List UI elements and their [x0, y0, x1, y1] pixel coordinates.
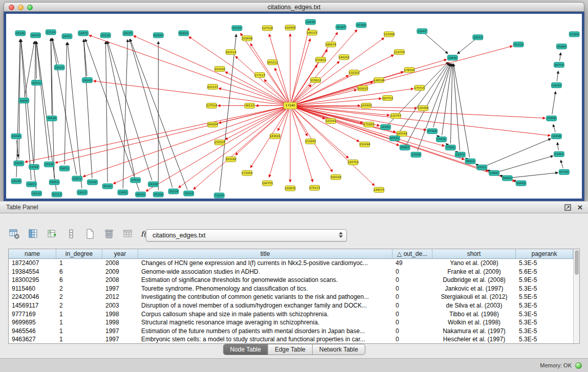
- citation-edge-red[interactable]: [146, 108, 287, 191]
- citation-edge-black[interactable]: [437, 135, 438, 137]
- column-header-out_degree[interactable]: △ out_de...: [393, 249, 432, 258]
- network-node[interactable]: 183022: [270, 134, 280, 139]
- network-node[interactable]: 155812: [310, 78, 320, 83]
- citation-edge-black[interactable]: [453, 64, 460, 151]
- network-node[interactable]: 165212: [267, 60, 277, 65]
- citation-edge-red[interactable]: [89, 35, 287, 104]
- network-node[interactable]: 146162: [339, 55, 349, 60]
- network-node[interactable]: 90965: [400, 145, 410, 150]
- citation-edge-red[interactable]: [93, 81, 286, 105]
- network-node[interactable]: 81810: [179, 31, 189, 36]
- network-node[interactable]: 115469: [418, 106, 429, 111]
- citation-edge-black[interactable]: [21, 39, 31, 180]
- column-header-title[interactable]: title: [138, 249, 393, 258]
- citation-edge-black[interactable]: [123, 39, 127, 188]
- network-node[interactable]: 20581: [14, 161, 24, 166]
- citation-edge-red[interactable]: [294, 75, 349, 104]
- citation-edge-red[interactable]: [278, 110, 289, 131]
- network-node[interactable]: 55723: [232, 26, 242, 31]
- network-node[interactable]: 20511: [32, 80, 42, 85]
- citation-edge-black[interactable]: [52, 38, 58, 63]
- table-select-dropdown[interactable]: citations_edges.txt: [146, 229, 347, 242]
- network-node[interactable]: 20096: [11, 134, 21, 139]
- network-node[interactable]: 187751: [382, 96, 393, 101]
- close-window-icon[interactable]: [9, 5, 14, 10]
- network-node[interactable]: 153821: [315, 57, 325, 62]
- network-node[interactable]: 195872: [285, 186, 295, 191]
- network-node[interactable]: 77891: [445, 145, 455, 150]
- network-node[interactable]: 10918: [552, 134, 562, 139]
- citation-edge-black[interactable]: [107, 41, 152, 180]
- network-node[interactable]: 30528: [47, 116, 57, 121]
- zoom-window-icon[interactable]: [27, 5, 33, 10]
- network-node[interactable]: 20116: [100, 33, 111, 38]
- column-visibility-button[interactable]: [26, 227, 40, 241]
- network-node[interactable]: 18110: [32, 191, 42, 196]
- citation-edge-black[interactable]: [498, 156, 553, 172]
- citation-edge-black[interactable]: [36, 41, 49, 160]
- citation-edge-black[interactable]: [446, 143, 447, 145]
- citation-edge-red[interactable]: [134, 36, 287, 104]
- network-node[interactable]: 184204: [207, 122, 218, 127]
- network-node[interactable]: 225137: [207, 84, 217, 90]
- citation-edge-black[interactable]: [425, 34, 448, 54]
- network-node[interactable]: 183750: [348, 160, 359, 165]
- citation-edge-black[interactable]: [51, 38, 54, 178]
- network-node[interactable]: 92774: [554, 62, 564, 68]
- network-node[interactable]: 87918: [427, 128, 438, 134]
- citation-edge-red[interactable]: [291, 110, 313, 182]
- network-node[interactable]: 98101: [136, 192, 146, 197]
- network-node[interactable]: 81830: [153, 33, 163, 38]
- network-node[interactable]: 20433: [31, 33, 41, 38]
- citation-edge-red[interactable]: [269, 110, 289, 177]
- citation-edge-red[interactable]: [291, 38, 310, 102]
- network-node[interactable]: 23108: [44, 162, 54, 167]
- network-node[interactable]: 85531: [389, 136, 400, 141]
- network-node[interactable]: 71034: [214, 193, 224, 198]
- network-node[interactable]: 163102: [214, 67, 225, 72]
- network-node[interactable]: 21847: [417, 29, 427, 34]
- network-node[interactable]: 98014: [465, 159, 475, 164]
- network-node[interactable]: 181510: [226, 50, 236, 55]
- network-node[interactable]: 12161: [380, 124, 390, 129]
- citation-edge-red[interactable]: [189, 37, 287, 103]
- network-node[interactable]: 162615: [358, 86, 368, 91]
- network-node[interactable]: 10945: [489, 170, 499, 176]
- scrollbar-thumb[interactable]: [575, 250, 579, 275]
- table-row[interactable]: 946554611997Estimation of the future num…: [9, 327, 573, 336]
- network-node[interactable]: 15549: [411, 152, 421, 157]
- network-node[interactable]: 175715: [415, 85, 425, 91]
- citation-edge-black[interactable]: [458, 40, 475, 54]
- network-node[interactable]: 96112: [245, 103, 255, 108]
- network-node[interactable]: 26108: [153, 192, 163, 197]
- citation-edge-black[interactable]: [559, 53, 560, 61]
- network-node[interactable]: 18095: [19, 98, 29, 103]
- network-node[interactable]: 91119: [513, 42, 524, 47]
- table-row[interactable]: 1938455462009Genome-wide association stu…: [9, 268, 573, 276]
- table-scrollbar[interactable]: [573, 249, 579, 343]
- table-row[interactable]: 1456911722003Disruption of a novel membe…: [9, 301, 573, 310]
- network-node[interactable]: 163403: [361, 103, 372, 108]
- tab-node-table[interactable]: Node Table: [223, 344, 268, 355]
- citation-edge-red[interactable]: [293, 30, 357, 103]
- network-node[interactable]: 220658: [242, 36, 253, 41]
- column-header-short[interactable]: short: [432, 249, 516, 258]
- network-hub-node[interactable]: 17240: [284, 102, 297, 109]
- network-node[interactable]: 59051: [59, 166, 70, 171]
- network-node[interactable]: 25160: [15, 31, 26, 36]
- citation-edge-black[interactable]: [68, 42, 82, 188]
- network-node[interactable]: 122161: [325, 118, 336, 123]
- column-header-name[interactable]: name: [9, 249, 56, 258]
- network-node[interactable]: 115498: [384, 32, 395, 37]
- network-node[interactable]: 21582: [29, 164, 39, 169]
- citation-edge-black[interactable]: [553, 124, 555, 133]
- citation-edge-black[interactable]: [25, 41, 34, 97]
- network-node[interactable]: 18351: [62, 34, 72, 39]
- citation-edge-red[interactable]: [55, 106, 287, 163]
- import-table-button[interactable]: [121, 227, 135, 241]
- citation-edge-red[interactable]: [294, 38, 384, 103]
- citation-edge-black[interactable]: [36, 41, 37, 79]
- table-row[interactable]: 1872400712008Changes of HCN gene express…: [9, 259, 573, 268]
- network-node[interactable]: 87651: [477, 165, 487, 170]
- network-node[interactable]: 95105: [102, 184, 113, 189]
